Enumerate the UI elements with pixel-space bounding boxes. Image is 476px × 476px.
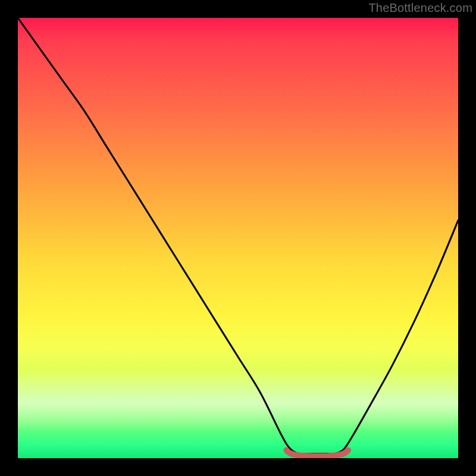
watermark-text: TheBottleneck.com — [368, 1, 472, 15]
floor-marker — [286, 450, 348, 456]
chart-frame: TheBottleneck.com — [0, 0, 476, 476]
plot-area — [18, 18, 458, 458]
bottleneck-curve — [18, 18, 458, 454]
curve-layer — [18, 18, 458, 458]
